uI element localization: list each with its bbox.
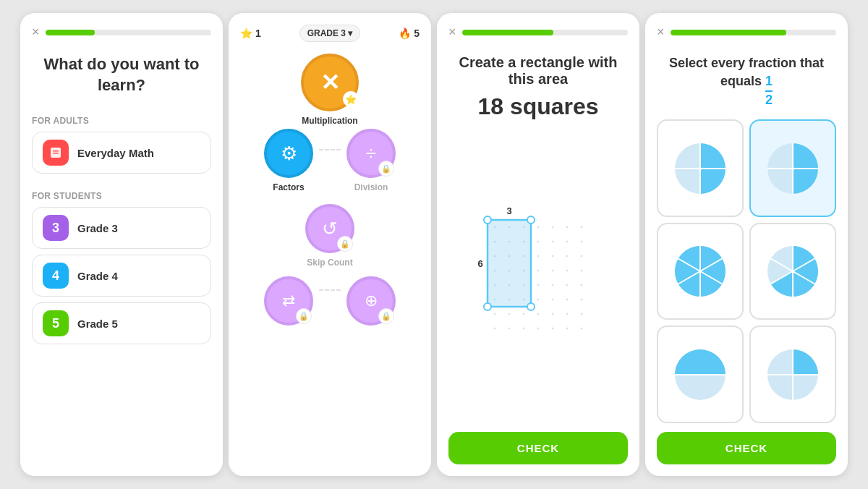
skip-count-icon: ↺: [322, 218, 338, 240]
topics-grid: ✕ ⭐ Multiplication ⚙ Factors: [240, 54, 420, 464]
close-icon-1[interactable]: ×: [32, 25, 40, 40]
grade-4-label: Grade 4: [77, 270, 118, 282]
svg-rect-2: [53, 153, 59, 154]
option-everyday-math[interactable]: Everyday Math: [32, 132, 211, 174]
star-icon: ⭐: [240, 27, 252, 39]
factors-division-row: ⚙ Factors ÷ 🔒 Division: [264, 129, 396, 192]
multiplication-label: Multiplication: [302, 116, 357, 126]
close-icon-3[interactable]: ×: [448, 25, 456, 40]
topic-6[interactable]: ⊕ 🔒: [346, 276, 396, 326]
svg-rect-1: [53, 150, 59, 152]
option-grade-4[interactable]: 4 Grade 4: [32, 255, 211, 297]
fraction-cell-2[interactable]: [749, 119, 836, 217]
everyday-math-label: Everyday Math: [77, 147, 154, 159]
topic5-icon: ⇄: [282, 292, 295, 310]
fire-icon: 🔥: [399, 27, 411, 39]
division-icon: ÷: [366, 143, 376, 165]
close-icon-4[interactable]: ×: [657, 25, 665, 40]
topic-skip-count[interactable]: ↺ 🔒 Skip Count: [305, 204, 354, 268]
grade-5-label: Grade 5: [77, 318, 118, 330]
topic6-circle: ⊕ 🔒: [346, 276, 396, 326]
topic-5[interactable]: ⇄ 🔒: [264, 276, 313, 326]
progress-fill-1: [46, 30, 95, 35]
screen1-header: ×: [32, 25, 211, 40]
screen-2: ⭐ 1 GRADE 3 ▾ 🔥 5 ✕ ⭐ Multiplication: [229, 13, 431, 476]
grade-selector[interactable]: GRADE 3 ▾: [299, 25, 361, 42]
grade-3-label: Grade 3: [77, 222, 118, 234]
fire-count: 5: [414, 27, 420, 39]
screen-3: × Create a rectangle with this area 18 s…: [437, 13, 639, 476]
rectangle-svg: 3 6: [473, 205, 603, 350]
fraction-highlight: 12: [765, 74, 773, 88]
fraction-cell-6[interactable]: [749, 326, 836, 423]
fraction-grid: [657, 119, 836, 423]
svg-point-7: [527, 216, 535, 224]
dotted-divider-2: [319, 289, 341, 291]
topic5-circle: ⇄ 🔒: [264, 276, 313, 326]
topic-factors[interactable]: ⚙ Factors: [264, 129, 313, 192]
fraction-cell-4[interactable]: [749, 223, 836, 320]
grade-5-icon: 5: [43, 310, 69, 336]
screen3-title: Create a rectangle with this area: [448, 54, 628, 88]
title-prefix: Select every fraction that equals: [669, 56, 824, 88]
screen3-header: ×: [448, 25, 628, 40]
fraction-cell-1[interactable]: [657, 119, 744, 217]
screen-1: × What do you want to learn? For Adults …: [20, 13, 223, 476]
check-button-4[interactable]: CHECK: [657, 432, 836, 464]
svg-text:3: 3: [506, 205, 511, 216]
skip-count-lock: 🔒: [337, 236, 353, 252]
option-grade-5[interactable]: 5 Grade 5: [32, 302, 211, 344]
screen4-title: Select every fraction that equals 12: [657, 54, 836, 108]
for-adults-label: For Adults: [32, 116, 211, 126]
multiplication-icon: ✕: [320, 69, 340, 96]
star-badge: ⭐ 1: [240, 27, 261, 39]
svg-point-6: [484, 216, 491, 224]
topic-multiplication[interactable]: ✕ ⭐ Multiplication: [301, 54, 359, 126]
svg-text:6: 6: [477, 258, 482, 269]
star-count: 1: [255, 27, 261, 39]
screen2-header: ⭐ 1 GRADE 3 ▾ 🔥 5: [240, 25, 420, 42]
factors-circle: ⚙: [264, 129, 313, 178]
topic5-lock: 🔒: [296, 308, 312, 324]
progress-bar-4: [671, 30, 836, 35]
option-grade-3[interactable]: 3 Grade 3: [32, 207, 211, 249]
progress-bar-3: [462, 30, 628, 35]
for-students-label: For Students: [32, 191, 211, 201]
skip-count-label: Skip Count: [307, 258, 352, 268]
svg-rect-5: [488, 220, 531, 307]
grade-3-icon: 3: [43, 215, 69, 241]
dotted-divider-1: [319, 149, 341, 150]
topic6-lock: 🔒: [378, 308, 394, 324]
factors-label: Factors: [273, 182, 304, 192]
fraction-cell-3[interactable]: [657, 223, 744, 320]
rectangle-canvas[interactable]: 3 6: [448, 132, 628, 423]
progress-bar-1: [46, 30, 211, 35]
progress-fill-4: [671, 30, 787, 35]
skip-count-circle: ↺ 🔒: [305, 204, 354, 253]
division-lock: 🔒: [378, 161, 394, 177]
progress-fill-3: [462, 30, 553, 35]
check-button-3[interactable]: CHECK: [448, 432, 628, 464]
screen4-header: ×: [657, 25, 836, 40]
everyday-math-icon: [43, 140, 69, 166]
screen1-title: What do you want to learn?: [32, 54, 211, 95]
svg-point-8: [484, 303, 491, 310]
factors-icon: ⚙: [281, 143, 297, 165]
topic6-icon: ⊕: [365, 292, 378, 310]
division-label: Division: [354, 182, 388, 192]
screen3-content: Create a rectangle with this area 18 squ…: [448, 54, 628, 423]
screen-4: × Select every fraction that equals 12: [645, 13, 848, 476]
bottom-topics-row: ⇄ 🔒 ⊕ 🔒: [264, 276, 396, 326]
fraction-cell-5[interactable]: [657, 326, 744, 423]
screens-container: × What do you want to learn? For Adults …: [0, 0, 868, 489]
multiplication-circle: ✕ ⭐: [301, 54, 359, 111]
area-value: 18 squares: [477, 93, 598, 120]
fire-badge: 🔥 5: [399, 27, 420, 39]
division-circle: ÷ 🔒: [346, 129, 396, 178]
grade-4-icon: 4: [43, 263, 69, 289]
multiplication-star: ⭐: [343, 91, 359, 107]
topic-division[interactable]: ÷ 🔒 Division: [346, 129, 396, 192]
svg-point-9: [527, 303, 535, 310]
